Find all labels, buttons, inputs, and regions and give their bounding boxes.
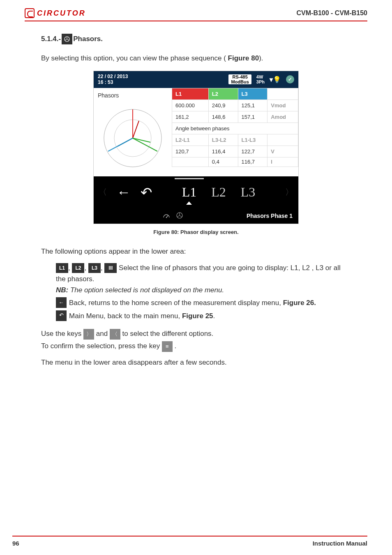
device-body: Phasors L1 xyxy=(94,88,298,176)
back-icon[interactable]: ← xyxy=(117,184,131,200)
cell: 116,7 xyxy=(238,157,267,166)
back-arrow-icon: ← xyxy=(56,297,67,308)
gauge-icon xyxy=(163,212,170,220)
svg-line-2 xyxy=(67,39,69,40)
menu-text: Main Menu, back to the main menu, xyxy=(69,312,182,320)
col-unit xyxy=(267,88,298,99)
phasor-diagram xyxy=(98,101,168,171)
bulb-icon: ▾💡 xyxy=(270,76,281,83)
intro-post: ). xyxy=(259,54,263,62)
pill-l1: L1 xyxy=(56,263,68,273)
keys-post: to select the different options. xyxy=(122,330,214,338)
col-l1: L1 xyxy=(172,88,209,99)
doc-code: CVM-B100 - CVM-B150 xyxy=(297,9,367,17)
intro-pre: By selecting this option, you can view t… xyxy=(41,54,228,62)
device-time: 16 : 53 xyxy=(98,79,128,85)
keys-pre: Use the keys xyxy=(41,330,83,338)
cell: 148,6 xyxy=(208,111,238,123)
rs485-bot: ModBus xyxy=(231,79,249,84)
pill-l2: L2 xyxy=(72,263,84,273)
angle-label-row: Angle between phases xyxy=(172,123,298,134)
chevron-right-icon[interactable]: 〉 xyxy=(285,187,293,198)
brand-text: CIRCUTOR xyxy=(37,9,86,18)
device-figure: 22 / 02 / 2013 16 : 53 RS-485 ModBus 4W … xyxy=(93,71,299,224)
chevron-left-icon[interactable]: 〈 xyxy=(99,187,107,198)
phasor-diagram-panel: Phasors xyxy=(94,88,172,176)
menu-item-l2[interactable]: L2 xyxy=(204,185,233,200)
device-date: 22 / 02 / 2013 xyxy=(98,74,128,79)
menu-post: . xyxy=(213,312,215,320)
sub-col: L3-L2 xyxy=(208,134,238,146)
cell: 122,7 xyxy=(238,146,267,157)
page-footer: 96 Instruction Manual xyxy=(12,536,367,547)
sub-header-row: L2-L1 L3-L2 L1-L3 xyxy=(172,134,298,146)
cell: 600.000 xyxy=(172,99,209,111)
phasor-data-table: L1 L2 L3 600.000 240,9 125,1 Vmod 1 xyxy=(172,88,298,167)
main-menu-icon: ↶ xyxy=(56,310,67,321)
svg-line-3 xyxy=(65,39,67,40)
table-row: 600.000 240,9 125,1 Vmod xyxy=(172,99,298,111)
svg-line-11 xyxy=(118,138,133,146)
confirm-pre: To confirm the selection, press the key xyxy=(41,342,162,350)
brand-logo: CIRCUTOR xyxy=(25,8,86,18)
nb-text: The option selected is not displayed on … xyxy=(68,286,224,294)
clipped-row: 0,4 116,7 I xyxy=(172,157,298,166)
svg-line-16 xyxy=(180,215,182,217)
phasors-icon xyxy=(62,34,72,44)
figure-caption: Figure 80: Phasor display screen. xyxy=(41,229,351,235)
svg-point-13 xyxy=(166,217,167,218)
pill-l3: L3 xyxy=(88,263,101,273)
footer-label: Phasors Phase 1 xyxy=(247,213,293,219)
svg-line-8 xyxy=(133,138,157,151)
cfg-bot: 3Ph xyxy=(256,79,265,84)
cfg-top: 4W xyxy=(256,74,265,79)
col-l3: L3 xyxy=(238,88,267,99)
cell xyxy=(172,157,209,166)
confirm-para: To confirm the selection, press the key … xyxy=(41,341,351,352)
sub-col: L1-L3 xyxy=(238,134,267,146)
brand-icon xyxy=(25,8,35,18)
nb-label: NB: xyxy=(56,286,68,294)
menu-item-l3[interactable]: L3 xyxy=(233,185,263,200)
unit-cell: Vmod xyxy=(267,99,298,111)
footer-icons xyxy=(99,212,247,220)
footer-label: Instruction Manual xyxy=(313,540,367,547)
wiring-config: 4W 3Ph xyxy=(256,74,265,84)
option-line-select: L1, L2, L3, III Select the line of phaso… xyxy=(56,262,351,284)
page-header: CIRCUTOR CVM-B100 - CVM-B150 xyxy=(25,8,367,21)
key-left-icon: 〈 xyxy=(110,329,120,340)
unit-cell: I xyxy=(267,157,298,166)
keys-para: Use the keys 〉 and 〈 to select the diffe… xyxy=(41,329,351,340)
col-l2: L2 xyxy=(208,88,238,99)
following-options-para: The following options appear in the lowe… xyxy=(41,247,351,256)
cell: 116,4 xyxy=(208,146,238,157)
key-menu-icon: ≡ xyxy=(162,341,173,352)
intro-figref: Figure 80 xyxy=(228,54,259,62)
menu-ref: Figure 25 xyxy=(182,312,213,320)
menu-item-l1[interactable]: L1 xyxy=(175,185,204,200)
undo-icon[interactable]: ↶ xyxy=(141,184,152,201)
rs485-badge: RS-485 ModBus xyxy=(228,74,251,84)
svg-line-9 xyxy=(133,138,150,142)
device-datetime: 22 / 02 / 2013 16 : 53 xyxy=(98,74,128,86)
sub-col-empty xyxy=(267,134,298,146)
section-heading: 5.1.4.- Phasors. xyxy=(41,34,351,44)
option-back: ← Back, returns to the home screen of th… xyxy=(56,297,351,308)
section-title-text: Phasors. xyxy=(73,35,103,43)
table-row: 120,7 116,4 122,7 V xyxy=(172,146,298,157)
device-menu-bar: 〈 ← ↶ L1 L2 L3 〉 xyxy=(94,176,298,208)
unit-cell: Amod xyxy=(267,111,298,123)
options-block: L1, L2, L3, III Select the line of phaso… xyxy=(41,262,351,321)
menu-items: L1 L2 L3 xyxy=(162,185,275,200)
cell: 161,2 xyxy=(172,111,209,123)
table-row: 161,2 148,6 157,1 Amod xyxy=(172,111,298,123)
data-table-panel: L1 L2 L3 600.000 240,9 125,1 Vmod 1 xyxy=(172,88,298,176)
option-mainmenu: ↶ Main Menu, back to the main menu, Figu… xyxy=(56,310,351,321)
svg-line-7 xyxy=(133,121,139,138)
check-icon: ✓ xyxy=(286,75,294,83)
angle-label: Angle between phases xyxy=(172,123,298,134)
cell: 0,4 xyxy=(208,157,238,166)
phasor-label: Phasors xyxy=(98,92,168,99)
option-nb: NB: The option selected is not displayed… xyxy=(56,284,351,296)
rs485-top: RS-485 xyxy=(231,74,249,79)
